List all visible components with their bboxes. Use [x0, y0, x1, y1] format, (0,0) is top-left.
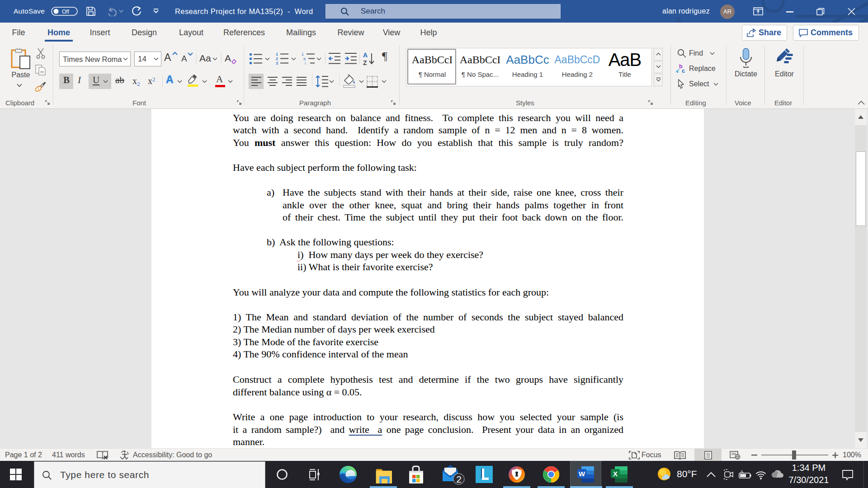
svg-text:X: X: [613, 470, 618, 478]
svg-text:2: 2: [456, 474, 462, 484]
svg-text:A: A: [363, 52, 368, 59]
svg-text:2: 2: [276, 56, 278, 61]
svg-text:Off: Off: [62, 9, 69, 15]
svg-text:1: 1: [302, 52, 304, 56]
svg-text:W: W: [579, 470, 585, 478]
svg-text:3: 3: [276, 61, 278, 66]
svg-text:c: c: [682, 67, 685, 74]
svg-text:Z: Z: [363, 59, 367, 66]
svg-text:i: i: [305, 61, 306, 66]
svg-text:a: a: [303, 56, 306, 61]
svg-text:1: 1: [276, 52, 278, 56]
